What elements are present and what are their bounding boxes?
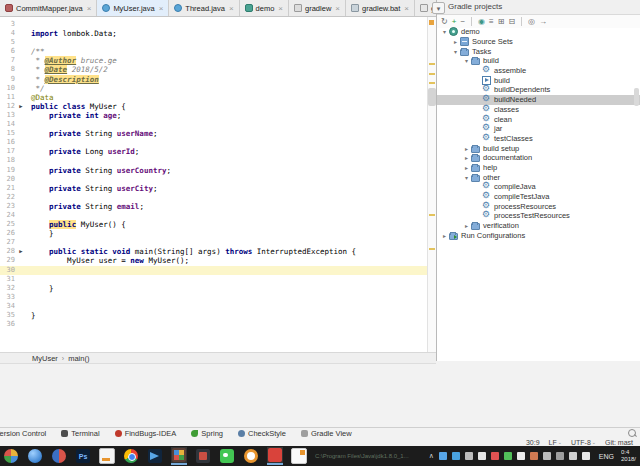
tab-close-icon[interactable]: × bbox=[335, 4, 340, 13]
gradle-node-tasks[interactable]: ▾Tasks bbox=[437, 46, 640, 56]
gradle-node-verification[interactable]: ▸verification bbox=[437, 221, 640, 231]
taskbar-app-drive-pinwheel-icon[interactable] bbox=[3, 447, 19, 465]
tray-speaker-icon[interactable] bbox=[543, 452, 551, 460]
tab-close-icon[interactable]: × bbox=[278, 4, 283, 13]
gradle-node-builddependents[interactable]: buildDependents bbox=[437, 85, 640, 95]
taskbar-app-red-app-icon[interactable] bbox=[267, 447, 283, 465]
tray-window-icon[interactable] bbox=[478, 452, 486, 460]
toolwindow-button-terminal[interactable]: Terminal bbox=[61, 429, 99, 438]
taskbar-app-page-app-icon[interactable] bbox=[291, 447, 307, 465]
gradle-node-build[interactable]: build bbox=[437, 75, 640, 85]
gradle-node-compilejava[interactable]: compileJava bbox=[437, 182, 640, 192]
tray-arrow-icon[interactable] bbox=[439, 452, 447, 460]
editor-error-stripe[interactable] bbox=[427, 17, 436, 353]
editor-tab-thread-java[interactable]: Thread.java× bbox=[169, 0, 239, 16]
tab-close-icon[interactable]: × bbox=[229, 4, 234, 13]
attach-project-icon[interactable]: + bbox=[452, 18, 457, 26]
breadcrumb-item-main[interactable]: main() bbox=[68, 354, 89, 363]
editor-scrollbar-thumb[interactable] bbox=[428, 88, 436, 106]
expand-all-icon[interactable]: ⊞ bbox=[498, 18, 505, 26]
code-editor[interactable]: 34import lombok.Data;56/**7 * @Author br… bbox=[0, 17, 427, 353]
gradle-node-demo[interactable]: ▾demo bbox=[437, 27, 640, 37]
tray-red-icon[interactable] bbox=[491, 452, 499, 460]
toolwindow-button-checkstyle[interactable]: CheckStyle bbox=[238, 429, 286, 438]
taskbar-app-photoshop-icon[interactable]: Ps bbox=[75, 447, 91, 465]
taskbar-app-ring-app-icon[interactable] bbox=[243, 447, 259, 465]
taskbar-clock[interactable]: 0:42018/ bbox=[621, 449, 640, 463]
gradle-node-documentation[interactable]: ▸documentation bbox=[437, 153, 640, 163]
hidden-tabs-button[interactable]: ▾ bbox=[432, 2, 445, 14]
collapse-all-icon[interactable]: ⊟ bbox=[508, 18, 515, 26]
task-list-icon[interactable]: ≡ bbox=[489, 18, 494, 26]
run-task-icon[interactable]: ◉ bbox=[478, 18, 485, 26]
tray-keyboard-icon[interactable] bbox=[582, 452, 590, 460]
gradle-panel-scrollbar-thumb[interactable] bbox=[634, 88, 639, 106]
gradle-node-buildneeded[interactable]: buildNeeded bbox=[437, 95, 640, 105]
gradle-node-processtestresources[interactable]: processTestResources bbox=[437, 211, 640, 221]
editor-tab-commitmapper-java[interactable]: CommitMapper.java× bbox=[0, 0, 97, 16]
status-widget-git-mast[interactable]: Git: mast bbox=[605, 439, 640, 446]
toolwindow-button-version-control[interactable]: Version Control bbox=[0, 429, 46, 438]
editor-tab-gradlew-bat[interactable]: gradlew.bat× bbox=[346, 0, 415, 16]
chevron-down-icon[interactable]: ▾ bbox=[451, 48, 460, 55]
status-widget-lf[interactable]: LF⌄ bbox=[549, 439, 562, 446]
chevron-right-icon[interactable]: ▸ bbox=[462, 222, 471, 229]
chevron-right-icon[interactable]: ▸ bbox=[451, 38, 460, 45]
chevron-right-icon[interactable]: ▸ bbox=[462, 145, 471, 152]
inspection-warning-indicator[interactable] bbox=[429, 20, 434, 25]
breadcrumb-item-myuser[interactable]: MyUser bbox=[32, 354, 58, 363]
offline-mode-icon[interactable]: ◎ bbox=[528, 18, 535, 26]
taskbar-app-swirl-app-icon[interactable] bbox=[51, 447, 67, 465]
tray-bars-icon[interactable] bbox=[556, 452, 564, 460]
refresh-icon[interactable]: ↻ bbox=[441, 18, 448, 26]
editor-tab-gradlew[interactable]: gradlew× bbox=[289, 0, 346, 16]
tray-grid-icon[interactable] bbox=[465, 452, 473, 460]
search-icon[interactable] bbox=[628, 429, 636, 437]
tab-close-icon[interactable]: × bbox=[159, 4, 164, 13]
gradle-node-compiletestjava[interactable]: compileTestJava bbox=[437, 192, 640, 202]
taskbar-app-thunder-icon[interactable] bbox=[147, 447, 163, 465]
fold-marker-icon[interactable]: ▶ bbox=[15, 247, 27, 256]
tray-shield-icon[interactable] bbox=[452, 452, 460, 460]
tray-expand-icon[interactable]: ∧ bbox=[429, 452, 434, 460]
language-indicator[interactable]: ENG bbox=[599, 453, 614, 460]
taskbar-app-wechat-icon[interactable] bbox=[219, 447, 235, 465]
fold-marker-icon[interactable]: ▶ bbox=[15, 102, 27, 111]
gradle-node-help[interactable]: ▸help bbox=[437, 163, 640, 173]
tray-person-icon[interactable] bbox=[530, 452, 538, 460]
status-widget-30-9[interactable]: 30:9 bbox=[526, 439, 540, 446]
chevron-down-icon[interactable]: ▾ bbox=[440, 28, 449, 35]
taskbar-app-chrome-icon[interactable] bbox=[123, 447, 139, 465]
gradle-node-build[interactable]: ▾build bbox=[437, 56, 640, 66]
editor-tab-demo[interactable]: demo× bbox=[240, 0, 289, 16]
gradle-node-classes[interactable]: classes bbox=[437, 105, 640, 115]
chevron-down-icon[interactable]: ▾ bbox=[462, 57, 471, 64]
gradle-node-source-sets[interactable]: ▸Source Sets bbox=[437, 37, 640, 47]
chevron-right-icon[interactable]: ▸ bbox=[440, 232, 449, 239]
gradle-node-other[interactable]: ▾other bbox=[437, 172, 640, 182]
toolwindow-button-gradle-view[interactable]: Gradle View bbox=[301, 429, 352, 438]
status-widget-utf-8[interactable]: UTF-8⌄ bbox=[571, 439, 596, 446]
taskbar-app-browser-orb-icon[interactable] bbox=[27, 447, 43, 465]
navigate-source-icon[interactable]: → bbox=[539, 18, 547, 26]
gradle-node-clean[interactable]: clean bbox=[437, 114, 640, 124]
tray-cloud-icon[interactable] bbox=[504, 452, 512, 460]
gradle-node-build-setup[interactable]: ▸build setup bbox=[437, 143, 640, 153]
taskbar-app-document-app-icon[interactable] bbox=[99, 447, 115, 465]
taskbar-window-title[interactable]: C:\Program Files\Java\jdk1.8.0_1... bbox=[315, 453, 409, 459]
gradle-node-jar[interactable]: jar bbox=[437, 124, 640, 134]
taskbar-app-photo-app-icon[interactable] bbox=[195, 447, 211, 465]
chevron-right-icon[interactable]: ▸ bbox=[462, 164, 471, 171]
tray-volume-icon[interactable] bbox=[569, 452, 577, 460]
gradle-node-processresources[interactable]: processResources bbox=[437, 201, 640, 211]
detach-project-icon[interactable]: − bbox=[460, 18, 465, 26]
tab-close-icon[interactable]: × bbox=[87, 4, 92, 13]
gradle-node-testclasses[interactable]: testClasses bbox=[437, 134, 640, 144]
tray-note-icon[interactable] bbox=[517, 452, 525, 460]
chevron-down-icon[interactable]: ▾ bbox=[462, 174, 471, 181]
toolwindow-button-findbugs-idea[interactable]: FindBugs-IDEA bbox=[115, 429, 177, 438]
editor-tab-myuser-java[interactable]: MyUser.java× bbox=[97, 0, 169, 16]
gradle-node-run-configurations[interactable]: ▸Run Configurations bbox=[437, 230, 640, 240]
taskbar-app-game-app-icon[interactable] bbox=[171, 447, 187, 465]
tab-close-icon[interactable]: × bbox=[404, 4, 409, 13]
